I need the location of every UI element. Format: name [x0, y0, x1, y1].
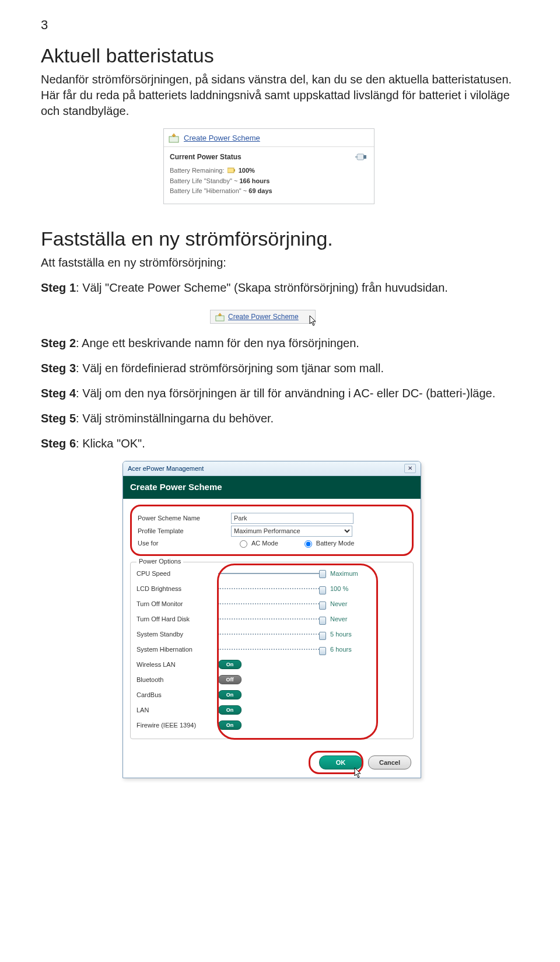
- power-option-row: CPU SpeedMaximum: [136, 566, 410, 581]
- slider-thumb-icon[interactable]: [319, 647, 326, 655]
- step-3: Steg 3: Välj en fördefinierad strömförsö…: [41, 361, 519, 376]
- cursor-icon: [309, 315, 317, 327]
- slider-rail: [218, 618, 323, 620]
- slider[interactable]: [218, 603, 323, 604]
- toggle-on[interactable]: On: [218, 690, 242, 699]
- power-option-control: On: [218, 705, 410, 715]
- create-power-scheme-link[interactable]: Create Power Scheme: [184, 134, 260, 142]
- svg-rect-8: [219, 314, 220, 316]
- power-option-label: Wireless LAN: [136, 661, 218, 668]
- toggle-off[interactable]: Off: [218, 675, 242, 684]
- power-option-value: Maximum: [323, 570, 377, 577]
- template-select[interactable]: Maximum Performance: [231, 526, 352, 537]
- svg-rect-7: [216, 316, 224, 321]
- power-option-label: LCD Brightness: [136, 585, 218, 592]
- highlight-frame-top: Power Scheme Name Profile Template Maxim…: [130, 505, 414, 556]
- power-option-row: System Hibernation6 hours: [136, 642, 410, 657]
- power-option-control: Off: [218, 675, 410, 684]
- power-option-row: LCD Brightness100 %: [136, 581, 410, 596]
- radio-ac-mode[interactable]: AC Mode: [237, 538, 278, 548]
- step-6: Steg 6: Klicka "OK".: [41, 436, 519, 452]
- cancel-button[interactable]: Cancel: [368, 755, 411, 769]
- step-1-text: : Välj "Create Power Scheme" (Skapa strö…: [76, 281, 448, 294]
- slider-thumb-icon[interactable]: [319, 632, 326, 640]
- toggle-on[interactable]: On: [218, 660, 242, 669]
- power-option-row: Turn Off MonitorNever: [136, 596, 410, 611]
- svg-rect-5: [228, 168, 234, 173]
- radio-battery-mode[interactable]: Battery Mode: [302, 538, 354, 548]
- widget-header: Create Power Scheme: [164, 129, 374, 147]
- close-icon[interactable]: ✕: [404, 464, 416, 473]
- slider[interactable]: [218, 618, 323, 620]
- scheme-name-label: Power Scheme Name: [138, 515, 231, 522]
- radio-ac-label: AC Mode: [251, 540, 278, 547]
- power-option-row: BluetoothOff: [136, 672, 410, 687]
- dialog-titlebar: Acer ePower Management ✕: [123, 461, 421, 476]
- slider-thumb-icon[interactable]: [319, 570, 326, 578]
- power-option-label: Firewire (IEEE 1394): [136, 722, 218, 729]
- power-option-label: System Standby: [136, 631, 218, 638]
- step-2: Steg 2: Ange ett beskrivande namn för de…: [41, 335, 519, 351]
- step-4-text: : Välj om den nya försörjningen är till …: [76, 387, 495, 400]
- slider[interactable]: [218, 634, 323, 635]
- step-4-label: Steg 4: [41, 387, 76, 400]
- power-option-row: Wireless LANOn: [136, 657, 410, 672]
- heading-aktuell-batteristatus: Aktuell batteristatus: [41, 44, 519, 67]
- slider-rail: [218, 573, 323, 574]
- usefor-label: Use for: [138, 540, 231, 547]
- power-option-control: 6 hours: [218, 646, 410, 653]
- slider-rail: [218, 588, 323, 589]
- wizard-icon: [215, 312, 225, 321]
- power-option-control: On: [218, 660, 410, 669]
- svg-rect-6: [234, 169, 235, 172]
- step-2-label: Steg 2: [41, 337, 76, 349]
- dialog-header: Create Power Scheme: [123, 476, 421, 499]
- toggle-on[interactable]: On: [218, 705, 242, 715]
- power-option-row: CardBusOn: [136, 687, 410, 702]
- power-option-value: 5 hours: [323, 631, 377, 638]
- step-5-text: : Välj ströminställningarna du behöver.: [76, 412, 274, 425]
- step-5: Steg 5: Välj ströminställningarna du beh…: [41, 411, 519, 426]
- slider-thumb-icon[interactable]: [319, 617, 326, 625]
- power-option-row: Turn Off Hard DiskNever: [136, 611, 410, 627]
- scheme-name-input[interactable]: [231, 513, 354, 524]
- status-line-remaining: Battery Remaining: 100%: [170, 166, 368, 176]
- svg-rect-2: [357, 154, 364, 160]
- status-box: Current Power Status Battery Remaining: …: [164, 147, 374, 204]
- heading-faststalla: Fastställa en ny strömförsörjning.: [41, 228, 519, 250]
- toggle-on[interactable]: On: [218, 720, 242, 730]
- power-options-legend: Power Options: [136, 558, 183, 565]
- slider[interactable]: [218, 588, 323, 589]
- status-title: Current Power Status: [170, 153, 242, 161]
- create-power-scheme-link[interactable]: Create Power Scheme: [228, 313, 299, 321]
- power-option-label: System Hibernation: [136, 646, 218, 653]
- status-label: Battery Remaining:: [170, 167, 225, 174]
- slider-thumb-icon[interactable]: [319, 586, 326, 594]
- slider[interactable]: [218, 649, 323, 650]
- svg-rect-4: [363, 155, 366, 159]
- step-6-text: : Klicka "OK".: [76, 437, 145, 450]
- power-option-control: Maximum: [218, 570, 410, 577]
- power-status-widget: Create Power Scheme Current Power Status…: [163, 128, 374, 204]
- step-6-label: Steg 6: [41, 437, 76, 450]
- step-4: Steg 4: Välj om den nya försörjningen är…: [41, 386, 519, 401]
- step-3-text: : Välj en fördefinierad strömförsörjning…: [76, 362, 384, 375]
- battery-icon: [228, 167, 236, 173]
- slider-rail: [218, 603, 323, 604]
- power-option-label: CPU Speed: [136, 570, 218, 577]
- power-option-label: Bluetooth: [136, 676, 218, 683]
- page-number: 3: [41, 18, 519, 33]
- slider[interactable]: [218, 573, 323, 574]
- power-option-control: 5 hours: [218, 631, 410, 638]
- status-value: 69 days: [249, 187, 272, 194]
- wizard-icon: [169, 132, 179, 143]
- power-option-control: On: [218, 690, 410, 699]
- svg-rect-0: [169, 137, 178, 142]
- dialog-footer: OK Cancel: [123, 748, 421, 778]
- paragraph-aktuell: Nedanför strömförsörjningen, på sidans v…: [41, 72, 519, 119]
- slider-thumb-icon[interactable]: [319, 601, 326, 610]
- step-2-text: : Ange ett beskrivande namn för den nya …: [76, 337, 359, 349]
- step-1: Steg 1: Välj "Create Power Scheme" (Skap…: [41, 280, 519, 296]
- power-option-control: On: [218, 720, 410, 730]
- step-1-label: Steg 1: [41, 281, 76, 294]
